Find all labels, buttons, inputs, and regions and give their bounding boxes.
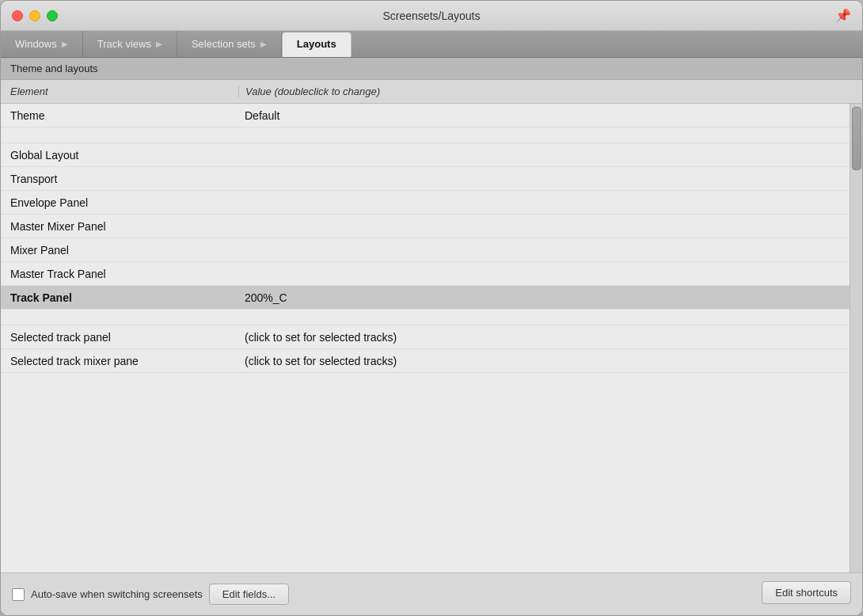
table-body: Theme Default Global Layout Transport xyxy=(1,104,850,572)
edit-shortcuts-button[interactable]: Edit shortcuts xyxy=(762,581,851,604)
footer: Auto-save when switching screensets Edit… xyxy=(1,572,862,615)
cell-value xyxy=(238,245,850,255)
close-button[interactable] xyxy=(12,10,23,21)
table-row-selected-track-mixer[interactable]: Selected track mixer pane (click to set … xyxy=(1,349,850,373)
cell-value: Default xyxy=(238,105,850,127)
tab-arrow-windows: ▶ xyxy=(62,40,68,48)
cell-element: Selected track mixer pane xyxy=(1,350,238,372)
main-window: Screensets/Layouts 📌 Windows ▶ Track vie… xyxy=(0,0,863,616)
spacer-row xyxy=(1,310,850,325)
table-row[interactable]: Master Track Panel xyxy=(1,262,850,286)
cell-value xyxy=(238,269,850,279)
cell-value xyxy=(238,150,850,160)
cell-element: Mixer Panel xyxy=(1,239,238,261)
table-row[interactable]: Transport xyxy=(1,167,850,191)
auto-save-label: Auto-save when switching screensets xyxy=(31,588,203,600)
table-row[interactable]: Theme Default xyxy=(1,104,850,127)
table-row-track-panel[interactable]: Track Panel 200%_C xyxy=(1,286,850,310)
scrollbar-thumb[interactable] xyxy=(852,107,861,170)
col-value-header: Value (doubleclick to change) xyxy=(238,86,862,97)
table-row[interactable]: Mixer Panel xyxy=(1,238,850,262)
spacer-row xyxy=(1,127,850,143)
footer-left: Auto-save when switching screensets Edit… xyxy=(12,584,289,605)
section-header: Theme and layouts xyxy=(1,58,862,80)
tab-selection-sets[interactable]: Selection sets ▶ xyxy=(177,31,282,57)
table-row[interactable]: Master Mixer Panel xyxy=(1,215,850,238)
titlebar: Screensets/Layouts 📌 xyxy=(1,1,862,31)
cell-element: Envelope Panel xyxy=(1,192,238,214)
tab-track-views[interactable]: Track views ▶ xyxy=(83,31,177,57)
tab-arrow-selection-sets: ▶ xyxy=(260,40,267,48)
cell-value: (click to set for selected tracks) xyxy=(238,326,850,348)
cell-element: Master Mixer Panel xyxy=(1,215,238,238)
table-row[interactable]: Envelope Panel xyxy=(1,191,850,215)
cell-element: Selected track panel xyxy=(1,326,238,348)
col-element-header: Element xyxy=(1,86,238,97)
table-row-selected-track-panel[interactable]: Selected track panel (click to set for s… xyxy=(1,325,850,349)
footer-right: Edit shortcuts xyxy=(762,581,851,607)
tabbar: Windows ▶ Track views ▶ Selection sets ▶… xyxy=(1,31,862,58)
cell-value xyxy=(238,222,850,231)
scrollbar-track[interactable] xyxy=(850,104,862,572)
maximize-button[interactable] xyxy=(47,10,58,21)
cell-element: Global Layout xyxy=(1,144,238,166)
cell-value: (click to set for selected tracks) xyxy=(238,350,850,372)
auto-save-checkbox[interactable] xyxy=(12,588,25,601)
window-title: Screensets/Layouts xyxy=(383,10,481,22)
cell-element: Track Panel xyxy=(1,287,238,309)
tab-windows[interactable]: Windows ▶ xyxy=(1,31,83,57)
tab-arrow-track-views: ▶ xyxy=(156,40,162,48)
minimize-button[interactable] xyxy=(29,10,40,21)
tab-layouts[interactable]: Layouts xyxy=(282,32,352,57)
cell-element: Master Track Panel xyxy=(1,263,238,285)
cell-value xyxy=(238,198,850,207)
table-row[interactable]: Global Layout xyxy=(1,143,850,167)
table-body-wrapper: Theme Default Global Layout Transport xyxy=(1,104,862,572)
window-controls xyxy=(12,10,58,21)
table-header: Element Value (doubleclick to change) xyxy=(1,80,862,104)
cell-element: Transport xyxy=(1,168,238,190)
cell-value xyxy=(238,174,850,184)
content-area: Element Value (doubleclick to change) Th… xyxy=(1,80,862,572)
pin-icon[interactable]: 📌 xyxy=(835,8,851,23)
cell-element: Theme xyxy=(1,105,238,127)
cell-value: 200%_C xyxy=(238,287,850,309)
edit-fields-button[interactable]: Edit fields... xyxy=(209,584,289,605)
